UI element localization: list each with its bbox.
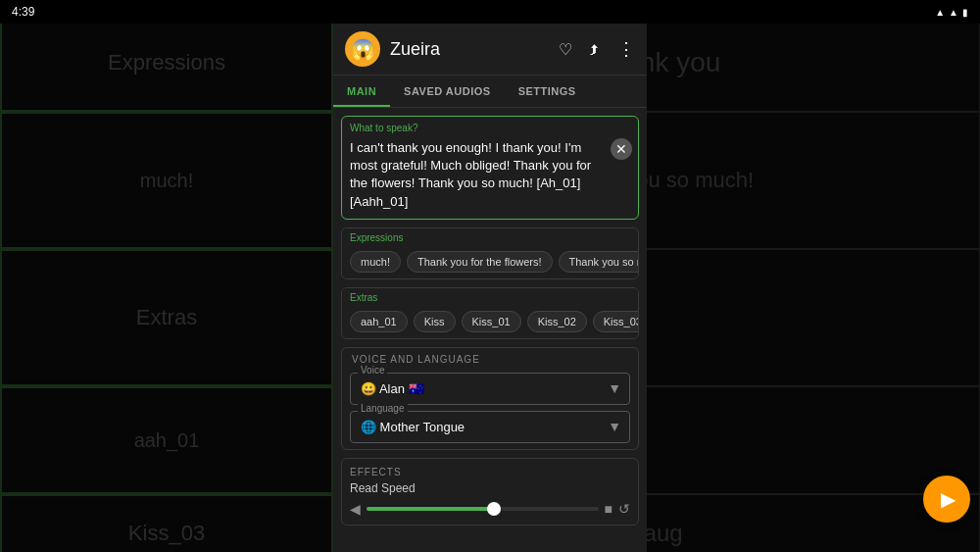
tab-main[interactable]: MAIN [333, 75, 390, 107]
expressions-label: Expressions [342, 228, 638, 245]
heart-icon[interactable]: ♡ [559, 40, 572, 59]
effects-label: EFFECTS [350, 467, 630, 477]
voice-select-wrapper: Voice 😀 Alan 🇦🇺 ▼ [350, 373, 630, 405]
clear-button[interactable]: ✕ [611, 138, 632, 160]
chip-kiss01[interactable]: Kiss_01 [462, 311, 521, 332]
speaker-low-icon: ◀ [350, 501, 361, 517]
chip-kiss02[interactable]: Kiss_02 [527, 311, 587, 332]
text-input-section: What to speak? I can't thank you enough!… [341, 116, 639, 220]
language-select[interactable]: 🌐 Mother Tongue ▼ [350, 411, 630, 443]
read-speed-label: Read Speed [350, 481, 630, 495]
textarea-label: What to speak? [346, 121, 634, 135]
textarea-value[interactable]: I can't thank you enough! I thank you! I… [346, 135, 634, 215]
dialog: 😱 Zueira ♡ ⮭ ⋮ MAIN SAVED AUDIOS SETTING… [333, 24, 647, 552]
extras-label: Extras [342, 288, 638, 305]
slider-row: ◀ ■ ↺ [350, 501, 630, 517]
extras-chips: aah_01 Kiss Kiss_01 Kiss_02 Kiss_03 Laug [342, 305, 638, 338]
slider-thumb[interactable] [487, 502, 501, 516]
effects-section: EFFECTS Read Speed ◀ ■ ↺ [341, 458, 639, 526]
tab-settings[interactable]: SETTINGS [505, 75, 590, 107]
tabs-bar: MAIN SAVED AUDIOS SETTINGS [333, 75, 647, 108]
speaker-high-icon: ■ [605, 501, 612, 517]
language-select-wrapper: Language 🌐 Mother Tongue ▼ [350, 411, 630, 443]
language-dropdown-icon: ▼ [608, 419, 621, 434]
voice-language-section: VOICE AND LANGUAGE Voice 😀 Alan 🇦🇺 ▼ Lan… [341, 347, 639, 450]
time-display: 4:39 [12, 5, 34, 19]
chip-kiss[interactable]: Kiss [414, 311, 456, 332]
app-title: Zueira [390, 39, 549, 60]
language-value: 🌐 Mother Tongue [361, 420, 465, 434]
chip-aah01[interactable]: aah_01 [350, 311, 408, 332]
voice-field-label: Voice [358, 365, 387, 376]
voice-value: 😀 Alan 🇦🇺 [361, 381, 424, 396]
statusbar-icons: ▲ ▲ ▮ [935, 7, 968, 18]
expressions-chips: much! Thank you for the flowers! Thank y… [342, 245, 638, 278]
chip-thank-flowers[interactable]: Thank you for the flowers! [407, 251, 553, 273]
signal-icon: ▲ [935, 7, 945, 18]
tab-saved-audios[interactable]: SAVED AUDIOS [390, 75, 505, 107]
avatar: 😱 [345, 31, 380, 67]
app-bar: 😱 Zueira ♡ ⮭ ⋮ [333, 24, 647, 75]
chip-kiss03[interactable]: Kiss_03 [593, 311, 638, 332]
expressions-section: Expressions much! Thank you for the flow… [341, 227, 639, 279]
more-icon[interactable]: ⋮ [617, 38, 635, 60]
voice-select[interactable]: 😀 Alan 🇦🇺 ▼ [350, 373, 630, 405]
statusbar: 4:39 ▲ ▲ ▮ [0, 0, 980, 24]
wifi-icon: ▲ [949, 7, 958, 18]
play-icon: ▶ [941, 487, 956, 511]
extras-section: Extras aah_01 Kiss Kiss_01 Kiss_02 Kiss_… [341, 287, 639, 339]
dialog-content: What to speak? I can't thank you enough!… [333, 108, 647, 552]
slider-fill [367, 507, 494, 511]
language-field-label: Language [358, 403, 408, 414]
chip-thank-so-much[interactable]: Thank you so much! [559, 251, 638, 273]
refresh-icon[interactable]: ↺ [618, 501, 630, 517]
battery-icon: ▮ [962, 7, 968, 18]
read-speed-slider[interactable] [367, 507, 599, 511]
play-button[interactable]: ▶ [923, 476, 970, 523]
app-bar-actions: ♡ ⮭ ⋮ [559, 38, 635, 60]
share-icon[interactable]: ⮭ [588, 41, 602, 57]
voice-dropdown-icon: ▼ [608, 380, 621, 396]
chip-much[interactable]: much! [350, 251, 401, 273]
